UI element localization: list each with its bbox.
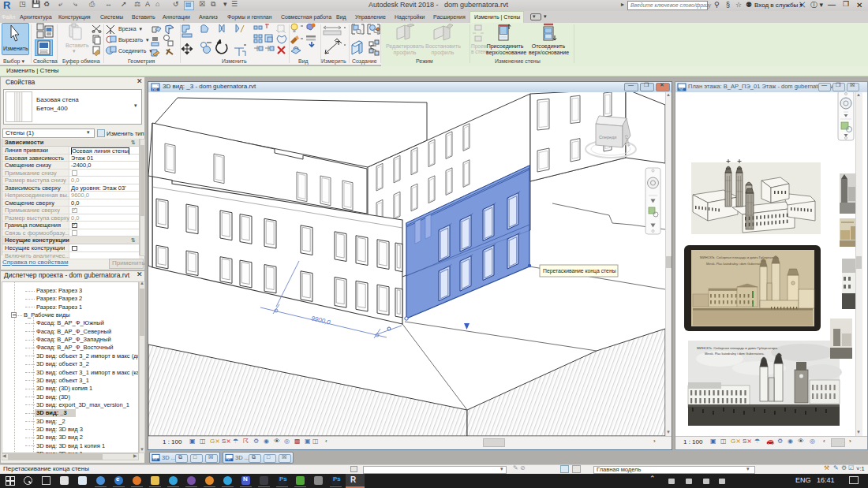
svg-text:МИНСКЪ. Соборная площадь и д: МИНСКЪ. Соборная площадь и домъ Губернат…: [697, 346, 778, 350]
svg-text:rvt: rvt: [153, 457, 158, 461]
svg-text:МИНСКЪ. Соборная площадь и до: МИНСКЪ. Соборная площадь и домъ Губернат…: [700, 255, 779, 259]
svg-text:rvt: rvt: [152, 87, 157, 91]
svg-text:rvt: rvt: [679, 87, 683, 91]
svg-text:Спереди: Спереди: [599, 135, 616, 140]
svg-text:rvt: rvt: [226, 457, 231, 461]
svg-text:Minsk. Plac katedralny i dom G: Minsk. Plac katedralny i dom Gubernatora…: [705, 352, 765, 356]
svg-text:Перетаскивание конца стены: Перетаскивание конца стены: [543, 268, 616, 274]
svg-text:Minsk. Plac katedralny i dom G: Minsk. Plac katedralny i dom Gubernatora…: [706, 262, 766, 266]
